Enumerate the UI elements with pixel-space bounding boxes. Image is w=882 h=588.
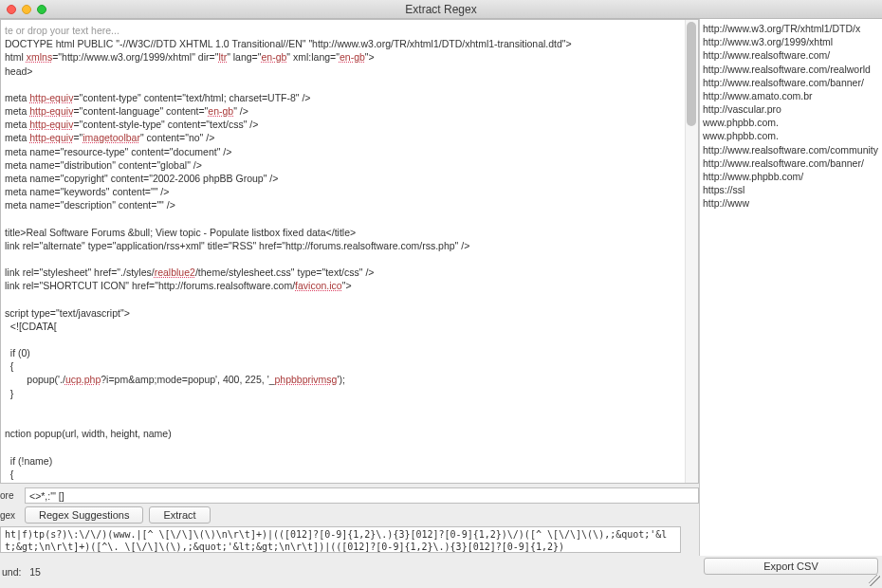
source-text-area-wrap: te or drop your text here... DOCTYPE htm… <box>0 19 699 484</box>
result-item[interactable]: http://www.w3.org/TR/xhtml1/DTD/x <box>703 22 879 35</box>
result-item[interactable]: http://www.realsoftware.com/ <box>703 48 879 62</box>
result-item[interactable]: http://www.realsoftware.com/realworld <box>703 63 879 76</box>
result-item[interactable]: http://www.amato.com.br <box>703 89 879 102</box>
regex-text-row <box>0 526 699 553</box>
extract-button[interactable]: Extract <box>149 506 210 524</box>
ignore-row: ore <box>0 487 699 504</box>
window-controls <box>0 5 46 14</box>
scrollbar-thumb[interactable] <box>687 22 696 126</box>
result-item[interactable]: https://ssl <box>703 183 879 196</box>
resize-grip-icon[interactable] <box>869 575 880 586</box>
zoom-icon[interactable] <box>37 5 46 14</box>
regex-label: gex <box>0 510 19 521</box>
result-item[interactable]: www.phpbb.com. <box>703 116 879 129</box>
close-icon[interactable] <box>7 5 16 14</box>
result-item[interactable]: http://www.realsoftware.com/banner/ <box>703 76 879 89</box>
source-text-area[interactable]: te or drop your text here... DOCTYPE htm… <box>1 20 698 483</box>
scrollbar-track[interactable] <box>685 20 698 483</box>
found-count: 15 <box>29 566 41 578</box>
window-title: Extract Regex <box>0 3 882 16</box>
result-item[interactable]: http://www.realsoftware.com/banner/ <box>703 156 879 170</box>
regex-row: gex Regex Suggestions Extract <box>0 506 699 524</box>
result-item[interactable]: http://www.phpbb.com/ <box>703 170 879 183</box>
window-titlebar: Extract Regex <box>0 0 882 19</box>
found-label: und: 15 <box>0 566 41 578</box>
result-item[interactable]: http://www.w3.org/1999/xhtml <box>703 35 879 48</box>
main-area: te or drop your text here... DOCTYPE htm… <box>0 19 882 556</box>
left-panel: te or drop your text here... DOCTYPE htm… <box>0 19 700 556</box>
result-item[interactable]: www.phpbb.com. <box>703 129 879 142</box>
export-csv-button[interactable]: Export CSV <box>704 558 878 575</box>
results-list[interactable]: http://www.w3.org/TR/xhtml1/DTD/xhttp://… <box>700 19 882 556</box>
controls-area: ore gex Regex Suggestions Extract <box>0 484 699 556</box>
found-word: und: <box>2 566 21 578</box>
regex-suggestions-button[interactable]: Regex Suggestions <box>25 506 143 524</box>
ignore-input[interactable] <box>25 487 699 504</box>
result-item[interactable]: http://vascular.pro <box>703 102 879 116</box>
minimize-icon[interactable] <box>22 5 31 14</box>
bottom-bar: und: 15 Export CSV <box>0 560 882 584</box>
result-item[interactable]: http://www.realsoftware.com/community <box>703 143 879 156</box>
regex-input[interactable] <box>0 526 681 553</box>
result-item[interactable]: http://www <box>703 196 879 210</box>
ignore-label: ore <box>0 490 19 501</box>
